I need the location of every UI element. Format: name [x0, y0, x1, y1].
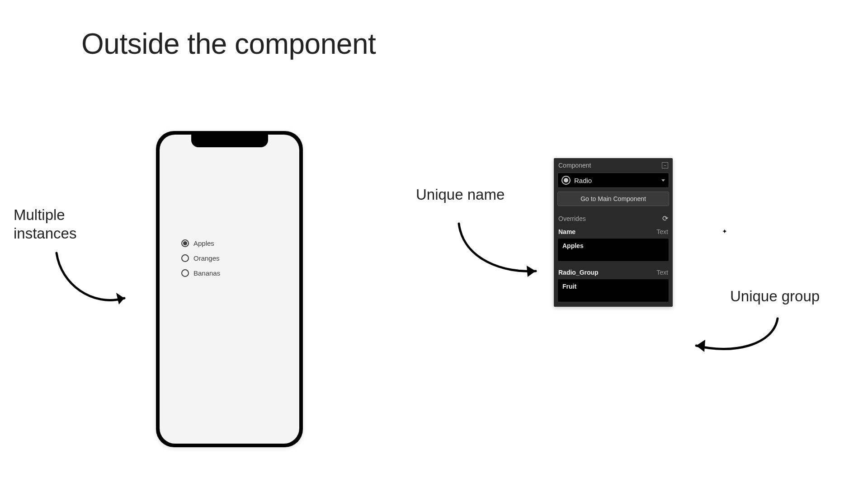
arrow-multiple-instances	[52, 248, 142, 316]
radio-item-bananas[interactable]: Bananas	[181, 269, 220, 277]
radio-circle-icon	[181, 254, 189, 262]
radio-label: Oranges	[193, 254, 220, 262]
annotation-multiple-instances: Multiple instances	[14, 206, 76, 243]
radio-circle-icon	[181, 269, 189, 277]
override-field-type: Text	[656, 228, 668, 235]
arrow-unique-group	[683, 314, 787, 364]
overrides-header: Overrides ⟳	[554, 211, 673, 225]
overrides-label: Overrides	[558, 215, 586, 222]
radio-component-icon-inner	[564, 178, 568, 183]
annotation-text-line2: instances	[14, 224, 76, 243]
refresh-icon[interactable]: ⟳	[662, 214, 668, 223]
slide-title: Outside the component	[81, 27, 376, 61]
cursor-icon: ✦	[722, 228, 727, 235]
override-field-label: Radio_Group	[558, 269, 599, 276]
override-field-type: Text	[656, 269, 668, 276]
goto-main-component-button[interactable]: Go to Main Component	[557, 192, 669, 206]
override-field-value-radiogroup[interactable]: Fruit	[557, 279, 669, 302]
annotation-unique-name: Unique name	[416, 185, 505, 204]
override-field-label: Name	[558, 228, 576, 235]
override-field-value-name[interactable]: Apples	[557, 238, 669, 262]
radio-circle-icon	[181, 239, 189, 247]
component-name: Radio	[574, 177, 658, 184]
radio-label: Bananas	[193, 269, 220, 277]
radio-list: Apples Oranges Bananas	[181, 239, 220, 284]
phone-mockup: Apples Oranges Bananas	[156, 131, 303, 447]
phone-body: Apples Oranges Bananas	[156, 131, 303, 447]
component-panel-title: Component	[558, 162, 591, 169]
annotation-unique-group: Unique group	[730, 287, 820, 305]
override-field-header-name: Name Text	[554, 225, 673, 238]
radio-component-icon	[561, 176, 571, 185]
component-panel: Component – Radio Go to Main Component O…	[554, 158, 673, 307]
annotation-text-line1: Multiple	[14, 206, 76, 224]
radio-item-oranges[interactable]: Oranges	[181, 254, 220, 262]
phone-notch	[191, 135, 268, 147]
radio-label: Apples	[193, 239, 214, 247]
radio-item-apples[interactable]: Apples	[181, 239, 220, 247]
svg-marker-2	[696, 340, 705, 352]
svg-marker-1	[527, 266, 536, 277]
arrow-unique-name	[454, 219, 549, 287]
component-panel-header: Component –	[554, 158, 673, 173]
collapse-icon[interactable]: –	[662, 162, 668, 169]
component-selector[interactable]: Radio	[557, 173, 669, 188]
radio-dot-icon	[183, 241, 187, 245]
chevron-down-icon	[661, 179, 665, 182]
override-field-header-radiogroup: Radio_Group Text	[554, 266, 673, 279]
phone-screen: Apples Oranges Bananas	[160, 135, 299, 444]
